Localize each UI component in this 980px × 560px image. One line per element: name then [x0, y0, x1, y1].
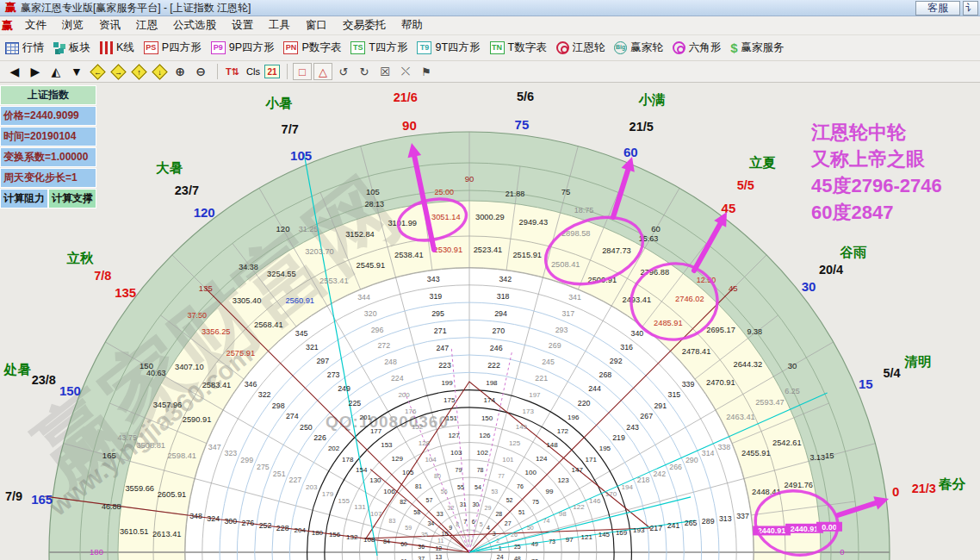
- draw-tool-15[interactable]: □: [293, 63, 312, 80]
- menu-item-7[interactable]: 窗口: [298, 16, 335, 34]
- draw-tool-2[interactable]: ◭: [47, 63, 65, 80]
- toolbar-button-行情[interactable]: 行情: [5, 40, 44, 55]
- draw-tool-11[interactable]: T⇅: [223, 63, 242, 80]
- menu-item-9[interactable]: 帮助: [394, 16, 431, 34]
- annotation-line-2: 45度2796-2746: [811, 172, 942, 199]
- percent-value: 40.63: [146, 369, 166, 377]
- draw-tool-12[interactable]: Cls: [244, 63, 263, 80]
- toolbar-button-P数字表[interactable]: PNP数字表: [283, 40, 341, 55]
- calc-button-1[interactable]: 计算支撑: [48, 189, 96, 208]
- toolbar-button-赢家服务[interactable]: $赢家服务: [730, 40, 784, 55]
- customer-service-button[interactable]: 客服: [915, 1, 960, 16]
- inner-degree-label: 150: [140, 361, 153, 370]
- draw-tool-5[interactable]: →: [109, 63, 127, 80]
- inner-degree-label: 90: [465, 174, 474, 184]
- menu-item-1[interactable]: 浏览: [54, 16, 91, 34]
- calc-button-0[interactable]: 计算阻力: [0, 189, 48, 208]
- inner-degree-label: 15: [825, 451, 834, 460]
- price-value: 2847.73: [602, 246, 631, 255]
- menu-item-6[interactable]: 工具: [261, 16, 298, 34]
- letter-icon: TS: [350, 41, 365, 54]
- menu-item-2[interactable]: 资讯: [91, 16, 128, 34]
- wheel-number: 204: [295, 526, 307, 534]
- wheel-number: 80: [434, 473, 441, 479]
- wheel-number: 2: [496, 538, 499, 544]
- percent-value: 28.13: [365, 200, 385, 208]
- wheel-number: 104: [425, 456, 437, 464]
- wheel-number: 179: [322, 490, 334, 498]
- wheel-number: 275: [257, 463, 270, 471]
- wheel-number: 338: [717, 443, 730, 451]
- wheel-number: 340: [631, 329, 644, 338]
- menu-item-3[interactable]: 江恩: [128, 16, 165, 34]
- wheel-number: 35: [421, 532, 428, 538]
- drawing-toolbar: ◀▶◭▼←→↑↓⊕⊖T⇅Cls21□△↺↻☒⤬⚑: [0, 61, 980, 83]
- toolbar-button-江恩轮[interactable]: 江恩轮: [556, 40, 605, 55]
- toolbar-button-P四方形[interactable]: PSP四方形: [144, 40, 202, 55]
- draw-tool-0[interactable]: ◀: [5, 63, 24, 80]
- draw-tool-1[interactable]: ▶: [26, 63, 45, 80]
- solar-term-label: 谷雨: [840, 245, 868, 259]
- wheel-number: 324: [207, 514, 220, 523]
- price-value: 2440.91: [758, 526, 786, 535]
- menu-item-4[interactable]: 公式选股: [165, 16, 224, 34]
- toolbar-button-六角形[interactable]: 六角形: [673, 40, 722, 55]
- wheel-number: 299: [240, 456, 253, 464]
- wheel-number: 12: [435, 545, 442, 551]
- wheel-number: 31: [460, 501, 467, 507]
- toolbar-button-T四方形[interactable]: TST四方形: [350, 40, 407, 55]
- draw-tool-6[interactable]: ↑: [129, 63, 148, 80]
- date-label: 5/4: [884, 366, 901, 380]
- price-value: 2560.91: [285, 296, 314, 305]
- solar-term-label: 立夏: [748, 155, 777, 170]
- percent-value: 18.75: [574, 206, 594, 215]
- wheel-number: 248: [384, 358, 397, 366]
- wheel-number: 177: [370, 427, 382, 435]
- draw-tool-7[interactable]: ↓: [150, 63, 169, 80]
- price-value: 2590.91: [183, 415, 212, 424]
- wheel-number: 155: [338, 497, 350, 505]
- inner-degree-label: 105: [366, 187, 380, 196]
- toolbar-button-板块[interactable]: 板块: [53, 40, 90, 55]
- draw-tool-20[interactable]: ⤬: [396, 63, 415, 80]
- toolbar-button-K线[interactable]: K线: [100, 40, 134, 55]
- percent-value: 46.88: [102, 502, 121, 511]
- partial-button[interactable]: 讠: [963, 1, 978, 16]
- menu-item-0[interactable]: 文件: [17, 16, 54, 34]
- toolbar-button-9P四方形[interactable]: P99P四方形: [211, 40, 275, 55]
- draw-tool-18[interactable]: ↻: [355, 63, 374, 80]
- symbol-name: 上证指数: [0, 85, 96, 105]
- annotation-line-3: 60度2847: [811, 199, 942, 226]
- toolbar-button-赢家轮[interactable]: Big赢家轮: [614, 40, 663, 55]
- draw-tool-21[interactable]: ⚑: [417, 63, 436, 80]
- wheel-number: 267: [640, 412, 653, 420]
- draw-tool-9[interactable]: ⊖: [191, 63, 210, 80]
- toolbar-label: 江恩轮: [573, 40, 605, 55]
- wheel-number: 243: [626, 423, 639, 432]
- price-value: 2523.41: [474, 246, 503, 254]
- draw-tool-4[interactable]: ←: [88, 63, 107, 80]
- wheel-icon: [673, 41, 685, 54]
- draw-tool-13[interactable]: 21: [264, 65, 280, 78]
- menu-item-8[interactable]: 交易委托: [335, 16, 394, 34]
- menu-item-5[interactable]: 设置: [224, 16, 261, 34]
- toolbar-button-T数字表[interactable]: TNT数字表: [490, 40, 547, 55]
- wheel-number: 103: [450, 449, 462, 457]
- draw-tool-17[interactable]: ↺: [334, 63, 353, 80]
- price-value: 2508.41: [551, 260, 580, 269]
- title-bar: 赢 赢家江恩专业版[赢家服务平台] - [上证指数 江恩轮] 客服 讠: [0, 0, 980, 16]
- draw-tool-3[interactable]: ▼: [67, 63, 86, 80]
- percent-value: 21.88: [506, 190, 525, 198]
- wheel-number: 197: [529, 391, 541, 399]
- wheel-number: 337: [736, 512, 749, 520]
- draw-tool-19[interactable]: ☒: [375, 63, 394, 80]
- draw-tool-8[interactable]: ⊕: [171, 63, 189, 80]
- wheel-number: 49: [531, 541, 538, 547]
- price-value: 3610.51: [120, 527, 149, 536]
- wheel-number: 321: [306, 343, 319, 352]
- grid-icon: [5, 42, 19, 54]
- toolbar-button-9T四方形[interactable]: T99T四方形: [417, 40, 480, 55]
- wheel-number: 249: [338, 384, 350, 393]
- wheel-number: 100: [525, 469, 537, 476]
- draw-tool-16[interactable]: △: [313, 63, 332, 80]
